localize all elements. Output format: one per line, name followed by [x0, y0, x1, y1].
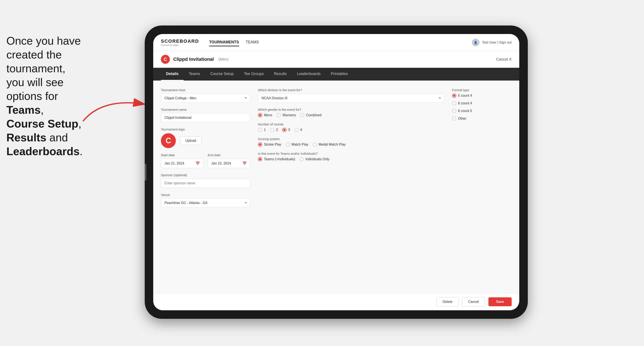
individuals-radio[interactable]: [300, 157, 304, 161]
tab-tee-groups[interactable]: Tee Groups: [239, 68, 269, 81]
nav-links: TOURNAMENTS TEAMS: [209, 39, 259, 46]
nav-link-teams[interactable]: TEAMS: [246, 39, 259, 46]
format-other[interactable]: Other: [452, 117, 512, 121]
rounds-3-label: 3: [288, 128, 290, 132]
nav-right: 👤 Test User | Sign out: [472, 39, 512, 46]
gender-womens[interactable]: Womens: [276, 113, 296, 117]
upload-button[interactable]: Upload: [180, 137, 202, 145]
tab-course-setup[interactable]: Course Setup: [205, 68, 239, 81]
teams-plus-individuals[interactable]: Teams (+Individuals): [258, 157, 295, 161]
scoring-stroke[interactable]: Stroke Play: [258, 142, 281, 147]
individuals-only[interactable]: Individuals Only: [300, 157, 330, 161]
gender-label: Which gender is the event for?: [258, 108, 444, 111]
scoring-match-label: Match Play: [292, 143, 308, 147]
end-date-field: End date Jan 23, 2024 📅: [208, 153, 250, 168]
format-5count4-label: 5 count 4: [458, 94, 472, 98]
scoring-medal-radio[interactable]: [313, 142, 317, 147]
delete-button[interactable]: Delete: [436, 297, 459, 307]
user-info[interactable]: Test User | Sign out: [482, 41, 512, 44]
teams-radio[interactable]: [258, 157, 262, 161]
gender-combined-radio[interactable]: [300, 113, 304, 117]
tournament-subtitle: (Men): [218, 57, 228, 62]
top-nav: SCOREBOARD Powered by clippd TOURNAMENTS…: [153, 34, 519, 51]
nav-link-tournaments[interactable]: TOURNAMENTS: [209, 39, 239, 46]
left-column: Tournament Host Clippd College - Men Tou…: [161, 88, 250, 285]
rounds-group: Number of rounds 1 2: [258, 122, 444, 132]
rounds-2-label: 2: [276, 128, 278, 132]
tab-teams[interactable]: Teams: [184, 68, 205, 81]
rounds-3-radio[interactable]: [282, 128, 286, 132]
format-5count4[interactable]: 5 count 4: [452, 94, 512, 98]
format-6count5-radio[interactable]: [452, 109, 456, 113]
date-row: Start date Jan 21, 2024 📅 End date Jan 2…: [161, 153, 250, 168]
team-individual-group: Is this event for Teams and/or Individua…: [258, 152, 444, 161]
start-date-input[interactable]: Jan 21, 2024 📅: [161, 159, 204, 168]
logo-area: SCOREBOARD Powered by clippd: [161, 38, 199, 46]
rounds-4[interactable]: 4: [294, 128, 302, 132]
comma1: ,: [41, 104, 44, 116]
sponsor-group: Sponsor (optional): [161, 173, 250, 188]
rounds-4-radio[interactable]: [294, 128, 298, 132]
format-6count4[interactable]: 6 count 4: [452, 101, 512, 105]
tablet-side-handle: [145, 164, 146, 181]
start-date-value: Jan 21, 2024: [164, 162, 184, 165]
gender-combined-label: Combined: [306, 113, 322, 117]
format-6count5[interactable]: 6 count 5: [452, 109, 512, 113]
format-other-label: Other: [458, 117, 466, 121]
instruction-line1: Once you havecreated thetournament,you w…: [6, 35, 81, 102]
tournament-logo-circle: C: [161, 55, 170, 64]
scoring-stroke-radio[interactable]: [258, 142, 262, 147]
tab-leaderboards[interactable]: Leaderboards: [292, 68, 326, 81]
rounds-2-radio[interactable]: [270, 128, 274, 132]
format-5count4-radio[interactable]: [452, 94, 456, 98]
sponsor-input[interactable]: [161, 178, 250, 188]
gender-group: Which gender is the event for? Mens Wome…: [258, 108, 444, 117]
end-date-value: Jan 23, 2024: [211, 162, 231, 165]
tournament-name-group: Tournament name: [161, 108, 250, 122]
tournament-host-select[interactable]: Clippd College - Men: [161, 94, 250, 103]
tab-printables[interactable]: Printables: [326, 68, 353, 81]
instruction-bold-teams: Teams: [6, 104, 41, 116]
main-content: Tournament Host Clippd College - Men Tou…: [153, 81, 519, 293]
tab-details[interactable]: Details: [161, 68, 184, 81]
venue-group: Venue Peachtree GC - Atlanta - GA: [161, 193, 250, 207]
gender-mens[interactable]: Mens: [258, 113, 272, 117]
tournament-logo-group: Tournament logo C Upload: [161, 128, 250, 148]
cancel-button[interactable]: Cancel: [462, 297, 485, 307]
gender-mens-radio[interactable]: [258, 113, 262, 117]
bottom-bar: Delete Cancel Save: [153, 293, 519, 310]
teams-label: Teams (+Individuals): [264, 157, 295, 161]
app-container: SCOREBOARD Powered by clippd TOURNAMENTS…: [153, 34, 519, 310]
gender-womens-label: Womens: [282, 113, 296, 117]
format-other-radio[interactable]: [452, 117, 456, 121]
rounds-1[interactable]: 1: [258, 128, 266, 132]
rounds-2[interactable]: 2: [270, 128, 278, 132]
app-logo-title: SCOREBOARD: [161, 38, 199, 44]
format-6count4-radio[interactable]: [452, 101, 456, 105]
division-select[interactable]: NCAA Division III: [258, 94, 444, 103]
scoring-medal-match[interactable]: Medal Match Play: [313, 142, 346, 147]
tournament-host-group: Tournament Host Clippd College - Men: [161, 88, 250, 103]
tab-results[interactable]: Results: [269, 68, 292, 81]
tablet-screen: SCOREBOARD Powered by clippd TOURNAMENTS…: [153, 34, 519, 310]
scoring-match-radio[interactable]: [286, 142, 290, 147]
save-button[interactable]: Save: [488, 297, 512, 306]
rounds-3[interactable]: 3: [282, 128, 290, 132]
tournament-logo-letter: C: [164, 56, 167, 62]
app-logo-subtitle: Powered by clippd: [161, 44, 199, 46]
scoring-radio-group: Stroke Play Match Play Medal Match Play: [258, 142, 444, 147]
dates-group: Start date Jan 21, 2024 📅 End date Jan 2…: [161, 153, 250, 168]
scoring-match[interactable]: Match Play: [286, 142, 308, 147]
gender-combined[interactable]: Combined: [300, 113, 322, 117]
calendar-icon-end: 📅: [242, 161, 247, 165]
venue-select[interactable]: Peachtree GC - Atlanta - GA: [161, 198, 250, 207]
scoring-stroke-label: Stroke Play: [264, 143, 281, 147]
tournament-logo-label: Tournament logo: [161, 128, 250, 131]
rounds-1-radio[interactable]: [258, 128, 262, 132]
cancel-x-button[interactable]: Cancel X: [496, 57, 512, 62]
gender-womens-radio[interactable]: [276, 113, 281, 117]
tab-bar: Details Teams Course Setup Tee Groups Re…: [153, 68, 519, 81]
scoring-medal-label: Medal Match Play: [318, 143, 346, 147]
end-date-input[interactable]: Jan 23, 2024 📅: [208, 159, 250, 168]
tournament-name-input[interactable]: [161, 113, 250, 122]
